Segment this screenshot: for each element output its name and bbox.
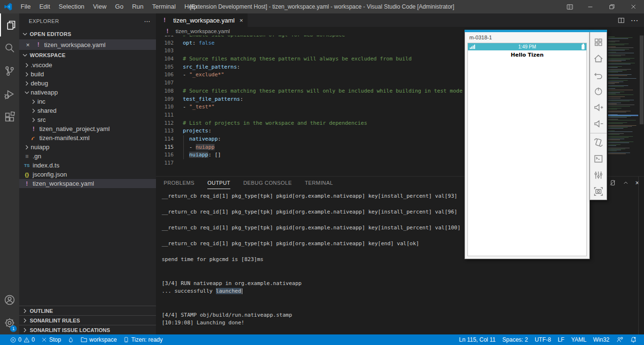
output-text: ... successfully bbox=[162, 288, 216, 294]
tab-tizen-workspace[interactable]: ! tizen_workspace.yaml × bbox=[156, 13, 248, 27]
panel-tab-terminal[interactable]: TERMINAL bbox=[305, 177, 333, 189]
tree-item-nativeapp[interactable]: nativeapp bbox=[19, 88, 156, 97]
menu-edit[interactable]: Edit bbox=[35, 0, 54, 13]
editor-more-icon[interactable]: ⋯ bbox=[631, 16, 638, 25]
tree-item-tizen-manifest-xml[interactable]: tizen-manifest.xml bbox=[19, 133, 156, 143]
menu-view[interactable]: View bbox=[89, 0, 111, 13]
status-indentation[interactable]: Spaces: 2 bbox=[499, 334, 531, 345]
code-token: [] bbox=[215, 152, 221, 158]
status-problems[interactable]: 00 bbox=[7, 334, 38, 345]
back-button[interactable] bbox=[590, 67, 607, 83]
status-platform[interactable]: Win32 bbox=[590, 334, 613, 345]
status-encoding[interactable]: UTF-8 bbox=[531, 334, 554, 345]
minimap-row bbox=[608, 50, 625, 50]
minimap-row bbox=[608, 150, 621, 150]
code-token: : bbox=[237, 64, 240, 70]
minimize-icon[interactable] bbox=[579, 0, 601, 13]
tree-item--gn[interactable]: ≡.gn bbox=[19, 152, 156, 161]
sidebar-more-icon[interactable]: ⋯ bbox=[144, 18, 150, 25]
code-token: : bbox=[192, 40, 199, 46]
status-eol[interactable]: LF bbox=[554, 334, 568, 345]
emulator-screen[interactable]: 1:49 PM Hello Tizen bbox=[467, 43, 587, 256]
activity-account[interactable] bbox=[0, 288, 19, 311]
shell-button[interactable] bbox=[590, 151, 607, 167]
close-icon[interactable] bbox=[622, 0, 644, 13]
panel-tab-debug-console[interactable]: DEBUG CONSOLE bbox=[243, 177, 292, 189]
menu-terminal[interactable]: Terminal bbox=[148, 0, 180, 13]
tree-item-jsconfig-json[interactable]: {}jsconfig.json bbox=[19, 170, 156, 179]
status-feedback[interactable] bbox=[613, 334, 627, 345]
section-outline[interactable]: OUTLINE bbox=[19, 306, 156, 315]
app-grid-button[interactable] bbox=[590, 34, 607, 50]
sidebar-header: EXPLORER ⋯ bbox=[19, 13, 156, 29]
tree-item-nuiapp[interactable]: nuiapp bbox=[19, 143, 156, 152]
control-panel-button[interactable] bbox=[590, 167, 607, 183]
tree-item-src[interactable]: src bbox=[19, 115, 156, 124]
activity-explorer[interactable] bbox=[0, 13, 19, 36]
open-editors-header[interactable]: OPEN EDITORS bbox=[19, 29, 156, 39]
minimap-row bbox=[608, 55, 625, 55]
minimap[interactable] bbox=[608, 36, 638, 157]
menu-file[interactable]: File bbox=[16, 0, 35, 13]
status-tizen[interactable]: Tizen: ready bbox=[120, 334, 166, 345]
close-editor-icon[interactable]: × bbox=[24, 41, 32, 48]
minimap-row bbox=[608, 118, 638, 119]
tree-item-shared[interactable]: shared bbox=[19, 106, 156, 115]
menu-go[interactable]: Go bbox=[111, 0, 128, 13]
minimap-row bbox=[608, 79, 638, 80]
code-content: # List of projects in the workspace and … bbox=[174, 119, 367, 128]
activity-extensions[interactable] bbox=[0, 106, 19, 129]
editor-scrollbar[interactable] bbox=[639, 36, 644, 176]
layout-icon[interactable] bbox=[560, 0, 579, 13]
activity-source-control[interactable] bbox=[0, 59, 19, 83]
file-type-xml-icon bbox=[30, 135, 37, 141]
tree-item-label: index.d.ts bbox=[33, 162, 60, 169]
panel-tab-output[interactable]: OUTPUT bbox=[207, 177, 230, 189]
tree-item-inc[interactable]: inc bbox=[19, 97, 156, 106]
menu-run[interactable]: Run bbox=[128, 0, 148, 13]
restore-icon[interactable] bbox=[601, 0, 622, 13]
tree-item-tizen-native-project-yaml[interactable]: !tizen_native_project.yaml bbox=[19, 124, 156, 133]
status-workspace[interactable]: workspace bbox=[77, 334, 120, 345]
status-sonarlint[interactable] bbox=[64, 334, 77, 345]
activity-run-debug[interactable] bbox=[0, 83, 19, 106]
activity-settings[interactable]: 1 bbox=[0, 311, 19, 334]
screenshot-button[interactable] bbox=[590, 183, 607, 200]
volume-up-button[interactable] bbox=[590, 99, 607, 116]
minimap-row bbox=[608, 70, 627, 71]
tab-close-icon[interactable]: × bbox=[239, 17, 243, 24]
section-sonarlint-rules[interactable]: SONARLINT RULES bbox=[19, 315, 156, 325]
activity-search[interactable] bbox=[0, 36, 19, 59]
tree-item-index-d-ts[interactable]: TSindex.d.ts bbox=[19, 161, 156, 170]
panel-tab-problems[interactable]: PROBLEMS bbox=[164, 177, 194, 189]
status-stop[interactable]: Stop bbox=[38, 334, 64, 345]
workspace-tree: .vscodebuilddebugnativeappincsharedsrc!t… bbox=[19, 60, 156, 188]
minimap-row bbox=[608, 119, 618, 119]
tree-item-debug[interactable]: debug bbox=[19, 79, 156, 88]
volume-down-button[interactable] bbox=[590, 116, 607, 132]
home-button[interactable] bbox=[590, 50, 607, 67]
minimap-row bbox=[608, 85, 628, 86]
tree-item-build[interactable]: build bbox=[19, 70, 156, 79]
clear-output-icon[interactable] bbox=[609, 179, 616, 186]
power-button[interactable] bbox=[590, 83, 607, 99]
maximize-panel-icon[interactable] bbox=[622, 179, 629, 186]
line-number: 103 bbox=[156, 47, 174, 55]
status-notifications[interactable] bbox=[627, 334, 640, 345]
minimap-row bbox=[608, 88, 615, 89]
menu-selection[interactable]: Selection bbox=[54, 0, 88, 13]
tree-item-tizen-workspace-yaml[interactable]: !tizen_workspace.yaml bbox=[19, 179, 156, 188]
split-editor-icon[interactable] bbox=[618, 17, 625, 24]
open-editor-item[interactable]: ×!tizen_workspace.yaml bbox=[19, 39, 156, 50]
section-sonarlint-issue-locations[interactable]: SONARLINT ISSUE LOCATIONS bbox=[19, 325, 156, 334]
workspace-header[interactable]: WORKSPACE bbox=[19, 50, 156, 60]
chevron-down-icon bbox=[21, 51, 29, 59]
rotate-button[interactable] bbox=[590, 134, 607, 151]
vscode-logo-icon bbox=[4, 2, 12, 11]
tree-item--vscode[interactable]: .vscode bbox=[19, 60, 156, 70]
scrollbar-handle[interactable] bbox=[640, 36, 644, 124]
status-language[interactable]: YAML bbox=[568, 334, 590, 345]
status-cursor-position[interactable]: Ln 115, Col 11 bbox=[456, 334, 499, 345]
menu-help[interactable]: Help bbox=[180, 0, 202, 13]
line-number: 107 bbox=[156, 79, 174, 87]
